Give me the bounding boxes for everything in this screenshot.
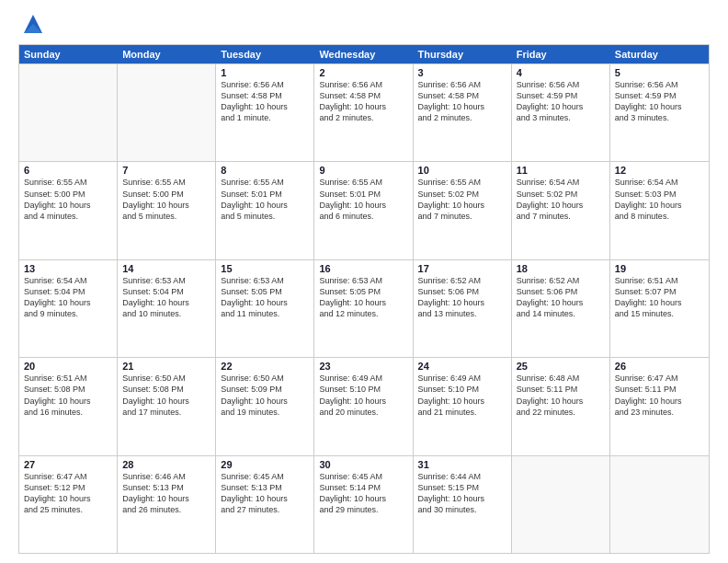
calendar-cell: 4Sunrise: 6:56 AM Sunset: 4:59 PM Daylig… — [512, 64, 610, 161]
cell-text: Sunrise: 6:49 AM Sunset: 5:10 PM Dayligh… — [319, 373, 407, 418]
cell-text: Sunrise: 6:50 AM Sunset: 5:08 PM Dayligh… — [122, 373, 210, 418]
day-number: 7 — [122, 165, 210, 176]
calendar-row: 1Sunrise: 6:56 AM Sunset: 4:58 PM Daylig… — [19, 63, 709, 161]
day-number: 19 — [615, 263, 704, 274]
weekday-header: Sunday — [19, 45, 118, 63]
day-number: 22 — [221, 361, 309, 372]
calendar-cell — [512, 456, 610, 553]
calendar-cell: 8Sunrise: 6:55 AM Sunset: 5:01 PM Daylig… — [216, 162, 314, 259]
calendar-cell: 2Sunrise: 6:56 AM Sunset: 4:58 PM Daylig… — [314, 64, 413, 161]
calendar-cell: 13Sunrise: 6:54 AM Sunset: 5:04 PM Dayli… — [19, 260, 118, 357]
logo-blue — [18, 15, 46, 37]
day-number: 8 — [221, 165, 309, 176]
calendar-cell: 11Sunrise: 6:54 AM Sunset: 5:02 PM Dayli… — [512, 162, 610, 259]
day-number: 26 — [615, 361, 704, 372]
calendar-cell: 5Sunrise: 6:56 AM Sunset: 4:59 PM Daylig… — [610, 64, 709, 161]
calendar-cell: 17Sunrise: 6:52 AM Sunset: 5:06 PM Dayli… — [414, 260, 512, 357]
cell-text: Sunrise: 6:46 AM Sunset: 5:13 PM Dayligh… — [122, 471, 210, 516]
cell-text: Sunrise: 6:56 AM Sunset: 4:58 PM Dayligh… — [418, 79, 506, 124]
cell-text: Sunrise: 6:56 AM Sunset: 4:59 PM Dayligh… — [517, 79, 605, 124]
cell-text: Sunrise: 6:54 AM Sunset: 5:02 PM Dayligh… — [517, 177, 605, 222]
calendar-cell: 9Sunrise: 6:55 AM Sunset: 5:01 PM Daylig… — [314, 162, 413, 259]
day-number: 28 — [122, 459, 210, 470]
day-number: 14 — [122, 263, 210, 274]
calendar-cell: 26Sunrise: 6:47 AM Sunset: 5:11 PM Dayli… — [610, 358, 709, 454]
day-number: 29 — [221, 459, 309, 470]
day-number: 20 — [24, 361, 112, 372]
logo-icon — [20, 11, 46, 37]
day-number: 21 — [122, 361, 210, 372]
cell-text: Sunrise: 6:53 AM Sunset: 5:05 PM Dayligh… — [319, 275, 407, 320]
calendar-cell: 7Sunrise: 6:55 AM Sunset: 5:00 PM Daylig… — [118, 162, 216, 259]
calendar-cell: 21Sunrise: 6:50 AM Sunset: 5:08 PM Dayli… — [118, 358, 216, 454]
header — [18, 15, 710, 37]
cell-text: Sunrise: 6:48 AM Sunset: 5:11 PM Dayligh… — [517, 373, 605, 418]
weekday-header: Monday — [118, 45, 216, 63]
calendar-row: 6Sunrise: 6:55 AM Sunset: 5:00 PM Daylig… — [19, 161, 709, 259]
weekday-header: Friday — [512, 45, 610, 63]
calendar-cell — [19, 64, 118, 161]
calendar-row: 13Sunrise: 6:54 AM Sunset: 5:04 PM Dayli… — [19, 259, 709, 357]
day-number: 27 — [24, 459, 112, 470]
calendar-cell: 28Sunrise: 6:46 AM Sunset: 5:13 PM Dayli… — [118, 456, 216, 553]
page: SundayMondayTuesdayWednesdayThursdayFrid… — [0, 0, 728, 563]
calendar-cell: 24Sunrise: 6:49 AM Sunset: 5:10 PM Dayli… — [414, 358, 512, 454]
day-number: 15 — [221, 263, 309, 274]
calendar-cell: 14Sunrise: 6:53 AM Sunset: 5:04 PM Dayli… — [118, 260, 216, 357]
day-number: 2 — [319, 67, 407, 78]
calendar-cell: 29Sunrise: 6:45 AM Sunset: 5:13 PM Dayli… — [216, 456, 314, 553]
logo — [18, 15, 46, 37]
calendar-cell: 18Sunrise: 6:52 AM Sunset: 5:06 PM Dayli… — [512, 260, 610, 357]
cell-text: Sunrise: 6:55 AM Sunset: 5:00 PM Dayligh… — [24, 177, 112, 222]
cell-text: Sunrise: 6:53 AM Sunset: 5:04 PM Dayligh… — [122, 275, 210, 320]
calendar-cell: 30Sunrise: 6:45 AM Sunset: 5:14 PM Dayli… — [314, 456, 413, 553]
cell-text: Sunrise: 6:51 AM Sunset: 5:07 PM Dayligh… — [615, 275, 704, 320]
day-number: 18 — [517, 263, 605, 274]
calendar-cell: 20Sunrise: 6:51 AM Sunset: 5:08 PM Dayli… — [19, 358, 118, 454]
calendar-row: 27Sunrise: 6:47 AM Sunset: 5:12 PM Dayli… — [19, 455, 709, 553]
day-number: 25 — [517, 361, 605, 372]
cell-text: Sunrise: 6:55 AM Sunset: 5:01 PM Dayligh… — [221, 177, 309, 222]
weekday-header: Wednesday — [314, 45, 413, 63]
day-number: 24 — [418, 361, 506, 372]
day-number: 6 — [24, 165, 112, 176]
weekday-header: Saturday — [610, 45, 709, 63]
weekday-header: Thursday — [414, 45, 512, 63]
calendar-cell: 10Sunrise: 6:55 AM Sunset: 5:02 PM Dayli… — [414, 162, 512, 259]
cell-text: Sunrise: 6:52 AM Sunset: 5:06 PM Dayligh… — [418, 275, 506, 320]
cell-text: Sunrise: 6:56 AM Sunset: 4:59 PM Dayligh… — [615, 79, 704, 124]
cell-text: Sunrise: 6:47 AM Sunset: 5:11 PM Dayligh… — [615, 373, 704, 418]
cell-text: Sunrise: 6:50 AM Sunset: 5:09 PM Dayligh… — [221, 373, 309, 418]
calendar-cell: 25Sunrise: 6:48 AM Sunset: 5:11 PM Dayli… — [512, 358, 610, 454]
day-number: 10 — [418, 165, 506, 176]
cell-text: Sunrise: 6:52 AM Sunset: 5:06 PM Dayligh… — [517, 275, 605, 320]
day-number: 23 — [319, 361, 407, 372]
day-number: 12 — [615, 165, 704, 176]
calendar-cell: 23Sunrise: 6:49 AM Sunset: 5:10 PM Dayli… — [314, 358, 413, 454]
calendar-cell: 27Sunrise: 6:47 AM Sunset: 5:12 PM Dayli… — [19, 456, 118, 553]
day-number: 30 — [319, 459, 407, 470]
calendar-cell: 19Sunrise: 6:51 AM Sunset: 5:07 PM Dayli… — [610, 260, 709, 357]
day-number: 9 — [319, 165, 407, 176]
cell-text: Sunrise: 6:55 AM Sunset: 5:02 PM Dayligh… — [418, 177, 506, 222]
day-number: 31 — [418, 459, 506, 470]
day-number: 11 — [517, 165, 605, 176]
day-number: 5 — [615, 67, 704, 78]
calendar-cell: 22Sunrise: 6:50 AM Sunset: 5:09 PM Dayli… — [216, 358, 314, 454]
logo-text — [18, 15, 46, 37]
cell-text: Sunrise: 6:54 AM Sunset: 5:03 PM Dayligh… — [615, 177, 704, 222]
day-number: 4 — [517, 67, 605, 78]
calendar-cell: 6Sunrise: 6:55 AM Sunset: 5:00 PM Daylig… — [19, 162, 118, 259]
calendar-cell — [610, 456, 709, 553]
calendar-cell: 15Sunrise: 6:53 AM Sunset: 5:05 PM Dayli… — [216, 260, 314, 357]
calendar-cell: 1Sunrise: 6:56 AM Sunset: 4:58 PM Daylig… — [216, 64, 314, 161]
cell-text: Sunrise: 6:53 AM Sunset: 5:05 PM Dayligh… — [221, 275, 309, 320]
cell-text: Sunrise: 6:55 AM Sunset: 5:01 PM Dayligh… — [319, 177, 407, 222]
day-number: 1 — [221, 67, 309, 78]
day-number: 16 — [319, 263, 407, 274]
day-number: 13 — [24, 263, 112, 274]
cell-text: Sunrise: 6:54 AM Sunset: 5:04 PM Dayligh… — [24, 275, 112, 320]
calendar-cell: 12Sunrise: 6:54 AM Sunset: 5:03 PM Dayli… — [610, 162, 709, 259]
calendar-cell: 3Sunrise: 6:56 AM Sunset: 4:58 PM Daylig… — [414, 64, 512, 161]
cell-text: Sunrise: 6:45 AM Sunset: 5:14 PM Dayligh… — [319, 471, 407, 516]
